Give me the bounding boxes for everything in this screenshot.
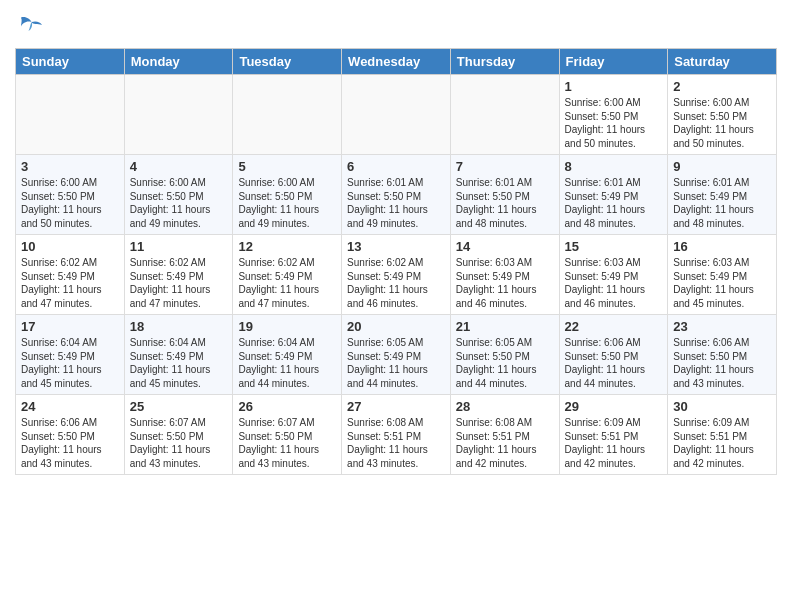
day-number: 23 xyxy=(673,319,771,334)
weekday-header-saturday: Saturday xyxy=(668,49,777,75)
calendar-week-row: 24Sunrise: 6:06 AM Sunset: 5:50 PM Dayli… xyxy=(16,395,777,475)
calendar-cell: 3Sunrise: 6:00 AM Sunset: 5:50 PM Daylig… xyxy=(16,155,125,235)
calendar-cell: 8Sunrise: 6:01 AM Sunset: 5:49 PM Daylig… xyxy=(559,155,668,235)
page-container: SundayMondayTuesdayWednesdayThursdayFrid… xyxy=(0,0,792,485)
calendar-cell: 11Sunrise: 6:02 AM Sunset: 5:49 PM Dayli… xyxy=(124,235,233,315)
day-info: Sunrise: 6:09 AM Sunset: 5:51 PM Dayligh… xyxy=(673,416,771,470)
weekday-header-monday: Monday xyxy=(124,49,233,75)
day-info: Sunrise: 6:07 AM Sunset: 5:50 PM Dayligh… xyxy=(130,416,228,470)
day-number: 13 xyxy=(347,239,445,254)
calendar-week-row: 17Sunrise: 6:04 AM Sunset: 5:49 PM Dayli… xyxy=(16,315,777,395)
calendar-cell xyxy=(342,75,451,155)
day-number: 10 xyxy=(21,239,119,254)
logo xyxy=(15,10,47,40)
day-number: 7 xyxy=(456,159,554,174)
day-number: 1 xyxy=(565,79,663,94)
day-info: Sunrise: 6:06 AM Sunset: 5:50 PM Dayligh… xyxy=(673,336,771,390)
calendar-cell: 5Sunrise: 6:00 AM Sunset: 5:50 PM Daylig… xyxy=(233,155,342,235)
calendar-table: SundayMondayTuesdayWednesdayThursdayFrid… xyxy=(15,48,777,475)
day-number: 27 xyxy=(347,399,445,414)
day-number: 19 xyxy=(238,319,336,334)
day-info: Sunrise: 6:03 AM Sunset: 5:49 PM Dayligh… xyxy=(673,256,771,310)
calendar-cell: 20Sunrise: 6:05 AM Sunset: 5:49 PM Dayli… xyxy=(342,315,451,395)
calendar-cell: 10Sunrise: 6:02 AM Sunset: 5:49 PM Dayli… xyxy=(16,235,125,315)
day-info: Sunrise: 6:02 AM Sunset: 5:49 PM Dayligh… xyxy=(130,256,228,310)
day-number: 22 xyxy=(565,319,663,334)
day-number: 28 xyxy=(456,399,554,414)
day-number: 14 xyxy=(456,239,554,254)
day-number: 25 xyxy=(130,399,228,414)
day-info: Sunrise: 6:08 AM Sunset: 5:51 PM Dayligh… xyxy=(456,416,554,470)
calendar-cell: 15Sunrise: 6:03 AM Sunset: 5:49 PM Dayli… xyxy=(559,235,668,315)
day-info: Sunrise: 6:08 AM Sunset: 5:51 PM Dayligh… xyxy=(347,416,445,470)
weekday-header-row: SundayMondayTuesdayWednesdayThursdayFrid… xyxy=(16,49,777,75)
weekday-header-wednesday: Wednesday xyxy=(342,49,451,75)
day-info: Sunrise: 6:05 AM Sunset: 5:49 PM Dayligh… xyxy=(347,336,445,390)
calendar-cell: 25Sunrise: 6:07 AM Sunset: 5:50 PM Dayli… xyxy=(124,395,233,475)
calendar-cell xyxy=(233,75,342,155)
calendar-cell: 22Sunrise: 6:06 AM Sunset: 5:50 PM Dayli… xyxy=(559,315,668,395)
day-info: Sunrise: 6:00 AM Sunset: 5:50 PM Dayligh… xyxy=(130,176,228,230)
day-info: Sunrise: 6:06 AM Sunset: 5:50 PM Dayligh… xyxy=(565,336,663,390)
calendar-cell: 19Sunrise: 6:04 AM Sunset: 5:49 PM Dayli… xyxy=(233,315,342,395)
day-number: 29 xyxy=(565,399,663,414)
calendar-cell: 27Sunrise: 6:08 AM Sunset: 5:51 PM Dayli… xyxy=(342,395,451,475)
day-number: 11 xyxy=(130,239,228,254)
day-info: Sunrise: 6:02 AM Sunset: 5:49 PM Dayligh… xyxy=(21,256,119,310)
calendar-week-row: 3Sunrise: 6:00 AM Sunset: 5:50 PM Daylig… xyxy=(16,155,777,235)
day-number: 21 xyxy=(456,319,554,334)
day-info: Sunrise: 6:01 AM Sunset: 5:50 PM Dayligh… xyxy=(347,176,445,230)
day-number: 3 xyxy=(21,159,119,174)
logo-bird-icon xyxy=(15,10,45,40)
day-number: 26 xyxy=(238,399,336,414)
day-number: 18 xyxy=(130,319,228,334)
day-number: 30 xyxy=(673,399,771,414)
day-info: Sunrise: 6:07 AM Sunset: 5:50 PM Dayligh… xyxy=(238,416,336,470)
day-number: 5 xyxy=(238,159,336,174)
calendar-cell: 18Sunrise: 6:04 AM Sunset: 5:49 PM Dayli… xyxy=(124,315,233,395)
day-info: Sunrise: 6:00 AM Sunset: 5:50 PM Dayligh… xyxy=(673,96,771,150)
day-info: Sunrise: 6:02 AM Sunset: 5:49 PM Dayligh… xyxy=(238,256,336,310)
calendar-cell: 30Sunrise: 6:09 AM Sunset: 5:51 PM Dayli… xyxy=(668,395,777,475)
day-number: 16 xyxy=(673,239,771,254)
day-number: 4 xyxy=(130,159,228,174)
calendar-week-row: 1Sunrise: 6:00 AM Sunset: 5:50 PM Daylig… xyxy=(16,75,777,155)
calendar-cell: 9Sunrise: 6:01 AM Sunset: 5:49 PM Daylig… xyxy=(668,155,777,235)
calendar-cell: 16Sunrise: 6:03 AM Sunset: 5:49 PM Dayli… xyxy=(668,235,777,315)
weekday-header-sunday: Sunday xyxy=(16,49,125,75)
day-info: Sunrise: 6:06 AM Sunset: 5:50 PM Dayligh… xyxy=(21,416,119,470)
day-info: Sunrise: 6:03 AM Sunset: 5:49 PM Dayligh… xyxy=(565,256,663,310)
calendar-cell: 17Sunrise: 6:04 AM Sunset: 5:49 PM Dayli… xyxy=(16,315,125,395)
weekday-header-friday: Friday xyxy=(559,49,668,75)
calendar-cell: 1Sunrise: 6:00 AM Sunset: 5:50 PM Daylig… xyxy=(559,75,668,155)
calendar-cell: 21Sunrise: 6:05 AM Sunset: 5:50 PM Dayli… xyxy=(450,315,559,395)
day-number: 6 xyxy=(347,159,445,174)
day-number: 15 xyxy=(565,239,663,254)
calendar-cell xyxy=(16,75,125,155)
day-info: Sunrise: 6:04 AM Sunset: 5:49 PM Dayligh… xyxy=(130,336,228,390)
calendar-cell xyxy=(450,75,559,155)
calendar-cell: 14Sunrise: 6:03 AM Sunset: 5:49 PM Dayli… xyxy=(450,235,559,315)
day-info: Sunrise: 6:05 AM Sunset: 5:50 PM Dayligh… xyxy=(456,336,554,390)
day-number: 9 xyxy=(673,159,771,174)
day-info: Sunrise: 6:04 AM Sunset: 5:49 PM Dayligh… xyxy=(238,336,336,390)
day-info: Sunrise: 6:09 AM Sunset: 5:51 PM Dayligh… xyxy=(565,416,663,470)
calendar-cell: 12Sunrise: 6:02 AM Sunset: 5:49 PM Dayli… xyxy=(233,235,342,315)
calendar-cell: 6Sunrise: 6:01 AM Sunset: 5:50 PM Daylig… xyxy=(342,155,451,235)
day-info: Sunrise: 6:02 AM Sunset: 5:49 PM Dayligh… xyxy=(347,256,445,310)
day-number: 24 xyxy=(21,399,119,414)
calendar-cell: 2Sunrise: 6:00 AM Sunset: 5:50 PM Daylig… xyxy=(668,75,777,155)
calendar-cell: 4Sunrise: 6:00 AM Sunset: 5:50 PM Daylig… xyxy=(124,155,233,235)
calendar-cell: 29Sunrise: 6:09 AM Sunset: 5:51 PM Dayli… xyxy=(559,395,668,475)
calendar-cell: 23Sunrise: 6:06 AM Sunset: 5:50 PM Dayli… xyxy=(668,315,777,395)
day-info: Sunrise: 6:04 AM Sunset: 5:49 PM Dayligh… xyxy=(21,336,119,390)
weekday-header-tuesday: Tuesday xyxy=(233,49,342,75)
calendar-cell: 13Sunrise: 6:02 AM Sunset: 5:49 PM Dayli… xyxy=(342,235,451,315)
day-info: Sunrise: 6:01 AM Sunset: 5:49 PM Dayligh… xyxy=(673,176,771,230)
day-info: Sunrise: 6:00 AM Sunset: 5:50 PM Dayligh… xyxy=(565,96,663,150)
calendar-cell: 28Sunrise: 6:08 AM Sunset: 5:51 PM Dayli… xyxy=(450,395,559,475)
day-number: 8 xyxy=(565,159,663,174)
day-info: Sunrise: 6:00 AM Sunset: 5:50 PM Dayligh… xyxy=(21,176,119,230)
day-info: Sunrise: 6:03 AM Sunset: 5:49 PM Dayligh… xyxy=(456,256,554,310)
calendar-cell: 7Sunrise: 6:01 AM Sunset: 5:50 PM Daylig… xyxy=(450,155,559,235)
